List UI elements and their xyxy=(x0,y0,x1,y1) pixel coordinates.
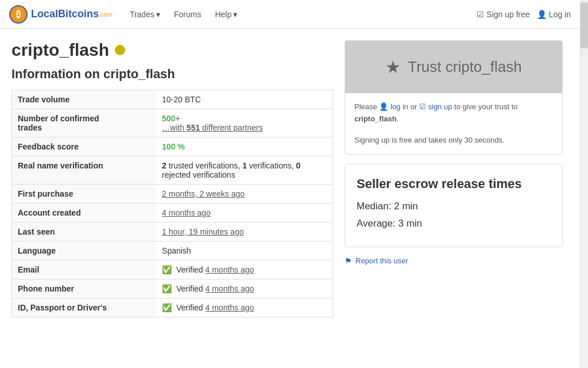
value-account-created: 4 months ago xyxy=(156,204,332,223)
nav-links: Trades ▾ Forums Help ▾ xyxy=(124,6,477,22)
brand-name: LocalBitcoins xyxy=(31,8,99,20)
report-label: Report this user xyxy=(355,256,408,265)
table-row: Phone number ✅ Verified 4 months ago xyxy=(12,279,333,298)
value-confirmed-trades: 500+ …with 551 different partners xyxy=(156,109,332,137)
table-row: Email ✅ Verified 4 months ago xyxy=(12,260,333,279)
escrow-median: Median: 2 min xyxy=(357,201,551,212)
value-trade-volume: 10-20 BTC xyxy=(156,90,332,109)
table-row: Account created 4 months ago xyxy=(12,204,333,223)
trust-body: Please 👤 log in or ☑ sign up to give you… xyxy=(345,93,562,154)
scrollbar[interactable] xyxy=(580,0,588,368)
label-language: Language xyxy=(12,241,157,260)
value-first-purchase: 2 months, 2 weeks ago xyxy=(156,185,332,204)
nav-help[interactable]: Help ▾ xyxy=(209,6,243,22)
nav-forums[interactable]: Forums xyxy=(168,6,207,22)
value-real-name: 2 trusted verifications, 1 verifications… xyxy=(156,156,332,185)
main-content: cripto_flash Information on cripto_flash… xyxy=(0,29,574,329)
average-value: 3 min xyxy=(398,218,422,229)
label-feedback: Feedback score xyxy=(12,137,157,156)
sign-up-link[interactable]: ☑ sign up xyxy=(419,102,452,111)
trust-banner: ★ Trust cripto_flash xyxy=(345,41,562,93)
trust-username: cripto_flash xyxy=(354,114,397,123)
table-row: First purchase 2 months, 2 weeks ago xyxy=(12,185,333,204)
trust-title: Trust cripto_flash xyxy=(408,58,521,76)
median-value: 2 min xyxy=(394,201,418,212)
left-column: cripto_flash Information on cripto_flash… xyxy=(11,40,333,317)
star-icon: ★ xyxy=(385,57,401,77)
trust-card: ★ Trust cripto_flash Please 👤 log in or … xyxy=(345,40,563,155)
nav-right: ☑ Sign up free 👤 Log in xyxy=(477,10,571,19)
table-row: Last seen 1 hour, 19 minutes ago xyxy=(12,223,333,241)
flag-icon: ⚑ xyxy=(345,256,352,266)
username: cripto_flash xyxy=(11,40,109,60)
login-button[interactable]: 👤 Log in xyxy=(537,10,571,19)
table-row: Trade volume 10-20 BTC xyxy=(12,90,333,109)
label-first-purchase: First purchase xyxy=(12,185,157,204)
right-column: ★ Trust cripto_flash Please 👤 log in or … xyxy=(345,40,563,317)
table-row: ID, Passport or Driver's ✅ Verified 4 mo… xyxy=(12,298,333,317)
value-feedback: 100 % xyxy=(156,137,332,156)
checkmark-icon: ✅ xyxy=(162,265,172,274)
value-email: ✅ Verified 4 months ago xyxy=(156,260,332,279)
escrow-card: Seller escrow release times Median: 2 mi… xyxy=(345,164,563,247)
brand-com: .com xyxy=(99,11,113,18)
username-row: cripto_flash xyxy=(11,40,333,60)
value-language: Spanish xyxy=(156,241,332,260)
nav-trades[interactable]: Trades ▾ xyxy=(124,6,166,22)
trust-footer: Signing up is free and takes only 30 sec… xyxy=(354,135,553,147)
label-last-seen: Last seen xyxy=(12,223,157,241)
table-row: Real name verification 2 trusted verific… xyxy=(12,156,333,185)
brand-icon: ₿ xyxy=(9,5,28,24)
table-row: Number of confirmedtrades 500+ …with 551… xyxy=(12,109,333,137)
value-phone: ✅ Verified 4 months ago xyxy=(156,279,332,298)
escrow-title: Seller escrow release times xyxy=(357,176,551,193)
online-indicator xyxy=(115,45,125,55)
page-title: Information on cripto_flash xyxy=(11,67,333,82)
label-confirmed-trades: Number of confirmedtrades xyxy=(12,109,157,137)
signup-button[interactable]: ☑ Sign up free xyxy=(477,10,530,19)
value-last-seen: 1 hour, 19 minutes ago xyxy=(156,223,332,241)
label-trade-volume: Trade volume xyxy=(12,90,157,109)
scrollbar-thumb[interactable] xyxy=(581,2,588,48)
label-email: Email xyxy=(12,260,157,279)
label-id: ID, Passport or Driver's xyxy=(12,298,157,317)
brand-logo[interactable]: ₿ LocalBitcoins.com xyxy=(9,5,113,24)
table-row: Language Spanish xyxy=(12,241,333,260)
log-in-link[interactable]: 👤 log in xyxy=(379,102,408,111)
trust-description: Please 👤 log in or ☑ sign up to give you… xyxy=(354,101,553,125)
checkmark-icon: ✅ xyxy=(162,303,172,312)
report-user-link[interactable]: ⚑ Report this user xyxy=(345,256,563,266)
median-label: Median: xyxy=(357,201,391,212)
value-id: ✅ Verified 4 months ago xyxy=(156,298,332,317)
label-account-created: Account created xyxy=(12,204,157,223)
label-phone: Phone number xyxy=(12,279,157,298)
escrow-average: Average: 3 min xyxy=(357,218,551,229)
table-row: Feedback score 100 % xyxy=(12,137,333,156)
average-label: Average: xyxy=(357,218,396,229)
info-table: Trade volume 10-20 BTC Number of confirm… xyxy=(11,90,333,317)
label-real-name: Real name verification xyxy=(12,156,157,185)
navbar: ₿ LocalBitcoins.com Trades ▾ Forums Help… xyxy=(0,0,580,29)
checkmark-icon: ✅ xyxy=(162,284,172,293)
